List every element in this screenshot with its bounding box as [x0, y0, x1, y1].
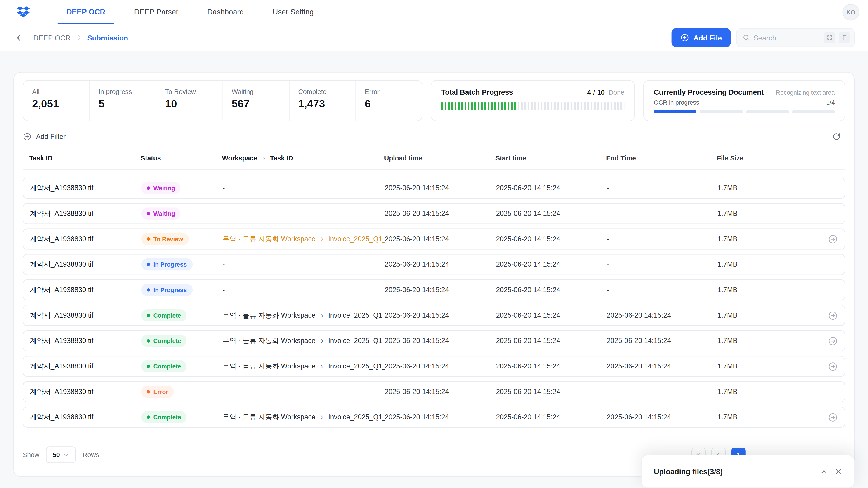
row-detail-button[interactable]: [827, 412, 838, 423]
batch-progress-fill: [441, 102, 516, 110]
f-key-badge: F: [839, 32, 850, 43]
status-dot-icon: [147, 365, 150, 368]
workspace-task-link[interactable]: Invoice_2025_Q1_S...: [328, 235, 385, 243]
row-detail-button[interactable]: [827, 361, 838, 372]
workspace-task-link[interactable]: Invoice_2025_Q1_S...: [328, 337, 385, 345]
header-status: Status: [141, 154, 222, 162]
tab-deep-parser[interactable]: DEEP Parser: [120, 0, 193, 24]
row-start-time: 2025-06-20 14:15:24: [496, 388, 607, 396]
table-row[interactable]: 계약서_A1938830.tif Error - 2025-06-20 14:1…: [23, 381, 845, 402]
row-task-id: 계약서_A1938830.tif: [30, 413, 141, 422]
row-end-time: -: [607, 260, 717, 268]
row-end-time: 2025-06-20 14:15:24: [607, 362, 717, 370]
status-badge: Complete: [141, 335, 186, 347]
table-body: 계약서_A1938830.tif Waiting - 2025-06-20 14…: [23, 177, 845, 428]
row-file-size: 1.7MB: [717, 312, 800, 319]
row-upload-time: 2025-06-20 14:15:24: [385, 260, 496, 268]
table-row[interactable]: 계약서_A1938830.tif In Progress - 2025-06-2…: [23, 280, 845, 300]
user-avatar[interactable]: KO: [842, 4, 859, 20]
row-task-id: 계약서_A1938830.tif: [30, 234, 141, 244]
table-row[interactable]: 계약서_A1938830.tif Complete 무역 · 물류 자동화 Wo…: [23, 305, 845, 326]
row-workspace-cell: 무역 · 물류 자동화 Workspace Invoice_2025_Q1_S.…: [222, 336, 385, 346]
row-detail-button[interactable]: [827, 233, 838, 245]
tab-deep-ocr[interactable]: DEEP OCR: [52, 0, 120, 24]
doc-progress-bar: [654, 110, 835, 113]
stat-item[interactable]: Waiting 567: [222, 81, 289, 121]
refresh-button[interactable]: [832, 132, 841, 141]
batch-progress-count: 4 / 10 Done: [587, 89, 624, 96]
workspace-task-link[interactable]: Invoice_2025_Q1_S...: [328, 362, 385, 370]
workspace-task-link[interactable]: Invoice_2025_Q1_S...: [328, 312, 385, 319]
row-task-id: 계약서_A1938830.tif: [30, 361, 141, 371]
workspace-task-link[interactable]: Invoice_2025_Q1_S...: [328, 413, 385, 421]
stat-value: 6: [365, 98, 422, 110]
row-end-time: -: [607, 184, 717, 192]
search-input[interactable]: [753, 33, 820, 42]
stat-item[interactable]: Complete 1,473: [289, 81, 355, 121]
tab-dashboard[interactable]: Dashboard: [193, 0, 258, 24]
add-file-button[interactable]: Add File: [671, 28, 731, 47]
table-row[interactable]: 계약서_A1938830.tif Complete 무역 · 물류 자동화 Wo…: [23, 330, 845, 351]
upload-toast: Uploading files(3/8): [641, 455, 855, 488]
batch-total-count: 10: [597, 89, 604, 96]
current-document-card: Currently Processing Document Recognizin…: [643, 80, 845, 121]
table-row[interactable]: 계약서_A1938830.tif Complete 무역 · 물류 자동화 Wo…: [23, 407, 845, 428]
workspace-group: 무역 · 물류 자동화 Workspace Invoice_2025_Q1_S.…: [222, 336, 385, 346]
row-upload-time: 2025-06-20 14:15:24: [385, 210, 496, 217]
stat-item[interactable]: All 2,051: [23, 81, 89, 121]
search-box[interactable]: ⌘ F: [736, 28, 855, 47]
row-workspace-cell: -: [222, 210, 385, 217]
status-dot-icon: [147, 263, 150, 266]
arrow-right-circle-icon: [827, 310, 838, 321]
row-start-time: 2025-06-20 14:15:24: [496, 184, 607, 192]
status-label: In Progress: [153, 261, 187, 268]
status-badge: In Progress: [141, 284, 192, 296]
workspace-link[interactable]: 무역 · 물류 자동화 Workspace: [222, 311, 315, 320]
stat-item[interactable]: Error 6: [355, 81, 422, 121]
header-workspace-task-label: Task ID: [270, 154, 293, 162]
row-detail-button[interactable]: [827, 335, 838, 346]
row-task-id: 계약서_A1938830.tif: [30, 285, 141, 295]
stat-item[interactable]: To Review 10: [156, 81, 222, 121]
workspace-link[interactable]: 무역 · 물류 자동화 Workspace: [222, 413, 315, 422]
tab-user-setting[interactable]: User Setting: [258, 0, 328, 24]
close-toast-button[interactable]: [831, 464, 845, 479]
add-filter-button[interactable]: Add Filter: [23, 132, 66, 141]
chevron-down-icon: [63, 452, 69, 458]
app-logo-icon[interactable]: [16, 5, 31, 19]
status-label: Complete: [153, 337, 181, 344]
table-row[interactable]: 계약서_A1938830.tif Waiting - 2025-06-20 14…: [23, 203, 845, 224]
workspace-link[interactable]: 무역 · 물류 자동화 Workspace: [222, 361, 315, 371]
stats-card: All 2,051 In progress 5 To Review 10 Wai…: [23, 80, 422, 121]
row-start-time: 2025-06-20 14:15:24: [496, 362, 607, 370]
header-task-id: Task ID: [29, 154, 141, 162]
workspace-link[interactable]: 무역 · 물류 자동화 Workspace: [222, 336, 315, 346]
collapse-toast-button[interactable]: [816, 464, 831, 479]
page-size-select[interactable]: 50: [46, 447, 76, 463]
breadcrumb-root[interactable]: DEEP OCR: [33, 33, 71, 42]
row-upload-time: 2025-06-20 14:15:24: [385, 388, 496, 396]
filter-row: Add Filter: [23, 132, 845, 141]
batch-progress-card: Total Batch Progress 4 / 10 Done: [431, 80, 635, 121]
row-upload-time: 2025-06-20 14:15:24: [385, 413, 496, 421]
page-header: DEEP OCR Submission Add File ⌘ F: [0, 24, 868, 51]
status-label: In Progress: [153, 287, 187, 293]
stat-item[interactable]: In progress 5: [89, 81, 156, 121]
back-button[interactable]: [13, 31, 27, 44]
workspace-link[interactable]: 무역 · 물류 자동화 Workspace: [222, 234, 315, 244]
table-row[interactable]: 계약서_A1938830.tif Complete 무역 · 물류 자동화 Wo…: [23, 356, 845, 377]
workspace-dash: -: [222, 210, 225, 217]
row-file-size: 1.7MB: [717, 210, 800, 217]
row-end-time: 2025-06-20 14:15:24: [607, 337, 717, 345]
cmd-key-badge: ⌘: [824, 32, 835, 43]
table-row[interactable]: 계약서_A1938830.tif To Review 무역 · 물류 자동화 W…: [23, 228, 845, 250]
status-dot-icon: [147, 186, 150, 190]
arrow-right-circle-icon: [827, 234, 838, 245]
table-row[interactable]: 계약서_A1938830.tif In Progress - 2025-06-2…: [23, 254, 845, 275]
workspace-dash: -: [222, 184, 225, 192]
row-start-time: 2025-06-20 14:15:24: [496, 337, 607, 345]
add-filter-plus-icon: [23, 132, 31, 141]
row-detail-button[interactable]: [827, 310, 838, 321]
row-start-time: 2025-06-20 14:15:24: [496, 260, 607, 268]
table-row[interactable]: 계약서_A1938830.tif Waiting - 2025-06-20 14…: [23, 177, 845, 199]
